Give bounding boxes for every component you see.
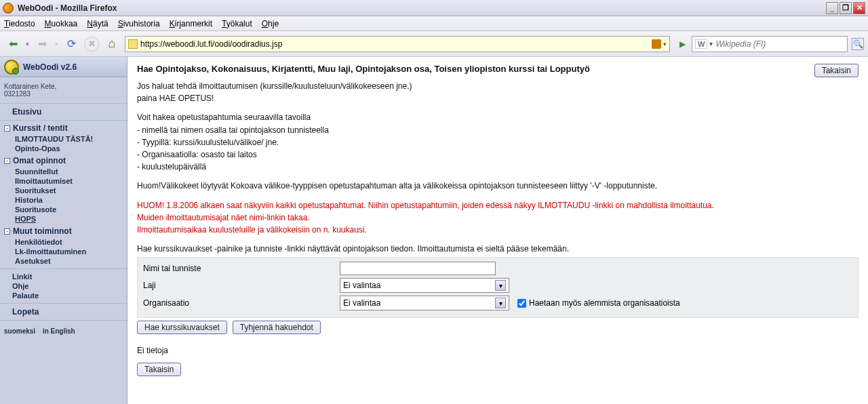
sidebar-item-planned[interactable]: Suunnitellut <box>0 167 127 176</box>
search-input[interactable] <box>715 39 844 49</box>
search-box[interactable]: W ▾ <box>692 36 848 52</box>
sidebar-section-other[interactable]: - Muut toiminnot <box>0 224 127 237</box>
window-minimize-button[interactable]: _ <box>826 2 838 14</box>
intro-line-2: paina HAE OPETUS! <box>137 93 859 104</box>
chevron-down-icon: ▾ <box>495 280 506 291</box>
search-go-button[interactable]: 🔍 <box>852 38 864 50</box>
search-descriptions-button[interactable]: Hae kurssikuvaukset <box>137 321 227 334</box>
warning-line-3: Ilmoittautumisaikaa kuulusteluille ja vä… <box>137 224 859 235</box>
back-button-bottom[interactable]: Takaisin <box>137 363 181 376</box>
back-button-top[interactable]: Takaisin <box>814 64 859 77</box>
collapse-icon[interactable]: - <box>4 158 10 164</box>
navigation-toolbar: ⬅ ▾ ➡ ▾ ⟳ ✖ ⌂ https://weboodi.lut.fi/ood… <box>0 31 868 57</box>
checkbox-include-suborgs[interactable] <box>517 299 526 308</box>
user-name: Kottarainen Kete, <box>4 83 123 90</box>
label-include-suborgs: Haetaan myös alemmista organisaatioista <box>529 298 680 308</box>
sidebar-item-completed[interactable]: Suoritukset <box>0 186 127 195</box>
select-org-value: Ei valintaa <box>343 298 380 308</box>
url-text[interactable]: https://weboodi.lut.fi/oodi/oodiradius.j… <box>140 39 649 49</box>
menu-help[interactable]: Ohje <box>262 19 279 28</box>
chevron-down-icon: ▾ <box>495 298 506 308</box>
language-switch: suomeksi in English <box>0 323 127 339</box>
input-name[interactable] <box>340 262 496 275</box>
sidebar-help[interactable]: Ohje <box>0 281 127 291</box>
sidebar-item-study-guide[interactable]: Opinto-Opas <box>0 144 127 153</box>
menubar: Tiedosto Muokkaa Näytä Sivuhistoria Kirj… <box>0 16 868 31</box>
window-titlebar: WebOodi - Mozilla Firefox _ ❐ ✕ <box>0 0 868 16</box>
menu-file[interactable]: Tiedosto <box>4 19 35 28</box>
select-type[interactable]: Ei valintaa ▾ <box>340 278 509 293</box>
search-engine-dropdown-icon[interactable]: ▾ <box>709 40 713 47</box>
menu-edit[interactable]: Muokkaa <box>45 19 78 28</box>
label-type: Laji <box>143 281 340 290</box>
home-button[interactable]: ⌂ <box>103 35 121 53</box>
sidebar-item-settings[interactable]: Asetukset <box>0 256 127 266</box>
firefox-icon <box>3 3 14 14</box>
back-button[interactable]: ⬅ <box>4 35 22 53</box>
forward-button: ➡ <box>33 35 51 53</box>
lang-fi[interactable]: suomeksi <box>4 327 35 335</box>
intro-line-1: Jos haluat tehdä ilmoittautumisen (kurss… <box>137 81 859 92</box>
ways-1: - nimellä tai nimen osalla tai opintojak… <box>137 125 859 136</box>
search-form: Nimi tai tunniste Laji Ei valintaa ▾ Org… <box>137 257 859 318</box>
app-logo-icon <box>4 60 19 75</box>
sidebar-feedback[interactable]: Palaute <box>0 291 127 300</box>
sidebar-item-registrations[interactable]: Ilmoittautumiset <box>0 176 127 186</box>
main-content: Hae Opintojakso, Kokonaisuus, Kirjatentt… <box>127 57 868 404</box>
sidebar-home[interactable]: Etusivu <box>0 104 127 121</box>
menu-tools[interactable]: Työkalut <box>222 19 252 28</box>
warning-line-1: HUOM! 1.8.2006 alkaen saat näkyviin kaik… <box>137 200 859 211</box>
sidebar-logout[interactable]: Lopeta <box>0 306 127 317</box>
info-descriptions: Hae kurssikuvaukset -painike ja tunniste… <box>137 243 859 254</box>
stop-button: ✖ <box>84 37 99 52</box>
sidebar-item-lk-reg[interactable]: Lk-ilmoittautuminen <box>0 247 127 256</box>
menu-bookmarks[interactable]: Kirjanmerkit <box>170 19 212 28</box>
window-close-button[interactable]: ✕ <box>853 2 865 14</box>
warning-line-2: Muiden ilmoittautumisajat näet nimi-link… <box>137 212 859 223</box>
reload-button[interactable]: ⟳ <box>62 35 80 53</box>
collapse-icon[interactable]: - <box>4 125 10 132</box>
url-dropdown-icon[interactable]: ▾ <box>663 41 667 47</box>
ways-2: - Tyypillä: kurssi/kuulustelu/välikoe/ j… <box>137 137 859 148</box>
search-engine-badge: W <box>695 39 707 49</box>
label-org: Organisaatio <box>143 298 340 308</box>
menu-view[interactable]: Näytä <box>87 19 108 28</box>
sidebar-item-history[interactable]: Historia <box>0 195 127 205</box>
sidebar-item-register[interactable]: ILMOTTAUDU TÄSTÄ! <box>0 134 127 144</box>
rss-icon[interactable] <box>652 39 661 49</box>
window-title: WebOodi - Mozilla Firefox <box>18 3 117 13</box>
lang-en[interactable]: in English <box>43 327 75 335</box>
sidebar-links[interactable]: Linkit <box>0 272 127 281</box>
sidebar-item-personal[interactable]: Henkilötiedot <box>0 237 127 247</box>
menu-history[interactable]: Sivuhistoria <box>118 19 160 28</box>
label-name: Nimi tai tunniste <box>143 264 340 273</box>
collapse-icon[interactable]: - <box>4 228 10 235</box>
sidebar-item-hops[interactable]: HOPS <box>0 214 127 224</box>
select-org[interactable]: Ei valintaa ▾ <box>340 296 509 310</box>
ways-4: - kuulustelupäivällä <box>137 161 859 172</box>
app-banner: WebOodi v2.6 <box>0 57 127 77</box>
sidebar-section-courses[interactable]: - Kurssit / tentit <box>0 121 127 134</box>
sidebar-section-own[interactable]: - Omat opinnot <box>0 153 127 167</box>
app-title: WebOodi v2.6 <box>23 62 77 72</box>
user-id: 0321283 <box>4 90 123 98</box>
no-data-text: Ei tietoja <box>137 345 859 356</box>
sidebar-item-transcript[interactable]: Suoritusote <box>0 205 127 214</box>
lock-icon <box>128 39 138 49</box>
ways-3: - Organisaatiolla: osasto tai laitos <box>137 149 859 160</box>
clear-button[interactable]: Tyhjennä hakuehdot <box>233 321 321 334</box>
select-type-value: Ei valintaa <box>343 281 380 290</box>
user-info: Kottarainen Kete, 0321283 <box>0 77 127 104</box>
go-button[interactable]: ▶ <box>677 39 688 49</box>
ways-title: Voit hakea opetustapahtumia seuraavilla … <box>137 112 859 123</box>
note-valikoe: Huom!Välikokeet löytyvät Kokoava välikoe… <box>137 180 859 191</box>
url-bar[interactable]: https://weboodi.lut.fi/oodi/oodiradius.j… <box>125 36 670 52</box>
sidebar: WebOodi v2.6 Kottarainen Kete, 0321283 E… <box>0 57 127 404</box>
window-maximize-button[interactable]: ❐ <box>840 2 852 14</box>
page-title: Hae Opintojakso, Kokonaisuus, Kirjatentt… <box>137 64 590 74</box>
